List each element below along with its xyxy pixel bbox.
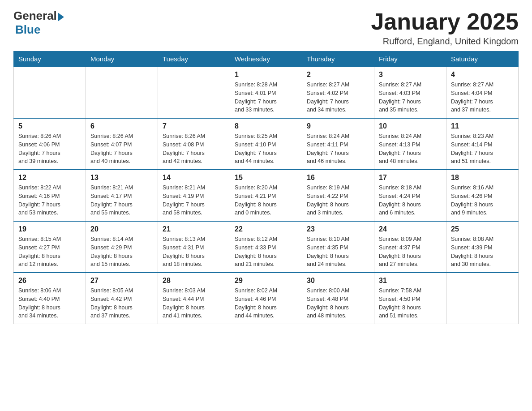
col-header-friday: Friday: [374, 51, 446, 67]
day-info: Sunrise: 8:26 AM Sunset: 4:06 PM Dayligh…: [18, 132, 81, 166]
calendar-cell: 20Sunrise: 8:14 AM Sunset: 4:29 PM Dayli…: [86, 221, 158, 273]
calendar-cell: 3Sunrise: 8:27 AM Sunset: 4:03 PM Daylig…: [374, 67, 446, 118]
calendar-cell: 8Sunrise: 8:25 AM Sunset: 4:10 PM Daylig…: [230, 118, 302, 170]
day-number: 28: [163, 277, 225, 285]
calendar-cell: 13Sunrise: 8:21 AM Sunset: 4:17 PM Dayli…: [86, 170, 158, 221]
day-info: Sunrise: 8:09 AM Sunset: 4:37 PM Dayligh…: [379, 235, 442, 269]
day-number: 11: [451, 122, 514, 130]
day-number: 31: [379, 277, 442, 285]
day-number: 19: [18, 225, 81, 233]
calendar-cell: 23Sunrise: 8:10 AM Sunset: 4:35 PM Dayli…: [302, 221, 374, 273]
day-info: Sunrise: 8:27 AM Sunset: 4:02 PM Dayligh…: [307, 81, 369, 114]
day-info: Sunrise: 8:24 AM Sunset: 4:11 PM Dayligh…: [307, 132, 369, 166]
day-info: Sunrise: 8:20 AM Sunset: 4:21 PM Dayligh…: [235, 184, 297, 217]
day-number: 4: [451, 71, 514, 79]
day-info: Sunrise: 8:26 AM Sunset: 4:08 PM Dayligh…: [163, 132, 225, 166]
day-info: Sunrise: 8:21 AM Sunset: 4:17 PM Dayligh…: [90, 184, 153, 217]
calendar-cell: 18Sunrise: 8:16 AM Sunset: 4:26 PM Dayli…: [446, 170, 519, 221]
day-number: 18: [451, 174, 514, 182]
calendar-cell: 31Sunrise: 7:58 AM Sunset: 4:50 PM Dayli…: [374, 273, 446, 324]
calendar-cell: 10Sunrise: 8:24 AM Sunset: 4:13 PM Dayli…: [374, 118, 446, 170]
day-number: 27: [90, 277, 153, 285]
day-info: Sunrise: 8:06 AM Sunset: 4:40 PM Dayligh…: [18, 287, 81, 320]
day-info: Sunrise: 8:02 AM Sunset: 4:46 PM Dayligh…: [235, 287, 297, 320]
calendar-cell: 26Sunrise: 8:06 AM Sunset: 4:40 PM Dayli…: [14, 273, 86, 324]
day-info: Sunrise: 8:28 AM Sunset: 4:01 PM Dayligh…: [235, 81, 297, 114]
day-info: Sunrise: 8:03 AM Sunset: 4:44 PM Dayligh…: [163, 287, 225, 320]
calendar-cell: 11Sunrise: 8:23 AM Sunset: 4:14 PM Dayli…: [446, 118, 519, 170]
day-number: 13: [90, 174, 153, 182]
day-number: 9: [307, 122, 369, 130]
calendar-cell: 27Sunrise: 8:05 AM Sunset: 4:42 PM Dayli…: [86, 273, 158, 324]
calendar-header-row: SundayMondayTuesdayWednesdayThursdayFrid…: [14, 51, 519, 67]
day-number: 22: [235, 225, 297, 233]
day-number: 20: [90, 225, 153, 233]
calendar-cell: 4Sunrise: 8:27 AM Sunset: 4:04 PM Daylig…: [446, 67, 519, 118]
day-info: Sunrise: 8:19 AM Sunset: 4:22 PM Dayligh…: [307, 184, 369, 217]
calendar-cell: 24Sunrise: 8:09 AM Sunset: 4:37 PM Dayli…: [374, 221, 446, 273]
calendar-table: SundayMondayTuesdayWednesdayThursdayFrid…: [13, 51, 519, 324]
col-header-saturday: Saturday: [446, 51, 519, 67]
calendar-cell: 6Sunrise: 8:26 AM Sunset: 4:07 PM Daylig…: [86, 118, 158, 170]
day-number: 25: [451, 225, 514, 233]
day-number: 17: [379, 174, 442, 182]
calendar-cell: [446, 273, 519, 324]
day-info: Sunrise: 8:14 AM Sunset: 4:29 PM Dayligh…: [90, 235, 153, 269]
day-number: 5: [18, 122, 81, 130]
week-row-2: 5Sunrise: 8:26 AM Sunset: 4:06 PM Daylig…: [14, 118, 519, 170]
location-text: Rufford, England, United Kingdom: [371, 36, 519, 47]
day-number: 23: [307, 225, 369, 233]
calendar-cell: 1Sunrise: 8:28 AM Sunset: 4:01 PM Daylig…: [230, 67, 302, 118]
day-info: Sunrise: 8:22 AM Sunset: 4:16 PM Dayligh…: [18, 184, 81, 217]
day-info: Sunrise: 8:27 AM Sunset: 4:04 PM Dayligh…: [451, 81, 514, 114]
day-info: Sunrise: 8:23 AM Sunset: 4:14 PM Dayligh…: [451, 132, 514, 166]
day-info: Sunrise: 8:21 AM Sunset: 4:19 PM Dayligh…: [163, 184, 225, 217]
day-number: 24: [379, 225, 442, 233]
logo-arrow-icon: [58, 13, 64, 21]
day-number: 7: [163, 122, 225, 130]
day-info: Sunrise: 8:00 AM Sunset: 4:48 PM Dayligh…: [307, 287, 369, 320]
day-info: Sunrise: 8:24 AM Sunset: 4:13 PM Dayligh…: [379, 132, 442, 166]
calendar-cell: 15Sunrise: 8:20 AM Sunset: 4:21 PM Dayli…: [230, 170, 302, 221]
day-number: 3: [379, 71, 442, 79]
week-row-4: 19Sunrise: 8:15 AM Sunset: 4:27 PM Dayli…: [14, 221, 519, 273]
day-number: 8: [235, 122, 297, 130]
day-info: Sunrise: 8:27 AM Sunset: 4:03 PM Dayligh…: [379, 81, 442, 114]
day-info: Sunrise: 8:05 AM Sunset: 4:42 PM Dayligh…: [90, 287, 153, 320]
day-number: 29: [235, 277, 297, 285]
calendar-cell: 2Sunrise: 8:27 AM Sunset: 4:02 PM Daylig…: [302, 67, 374, 118]
day-info: Sunrise: 8:12 AM Sunset: 4:33 PM Dayligh…: [235, 235, 297, 269]
month-title: January 2025: [371, 9, 519, 34]
col-header-tuesday: Tuesday: [158, 51, 230, 67]
calendar-cell: [14, 67, 86, 118]
calendar-cell: 29Sunrise: 8:02 AM Sunset: 4:46 PM Dayli…: [230, 273, 302, 324]
day-number: 16: [307, 174, 369, 182]
day-info: Sunrise: 8:16 AM Sunset: 4:26 PM Dayligh…: [451, 184, 514, 217]
day-info: Sunrise: 8:15 AM Sunset: 4:27 PM Dayligh…: [18, 235, 81, 269]
page-header: General Blue January 2025 Rufford, Engla…: [13, 9, 519, 47]
calendar-cell: 22Sunrise: 8:12 AM Sunset: 4:33 PM Dayli…: [230, 221, 302, 273]
day-number: 1: [235, 71, 297, 79]
col-header-thursday: Thursday: [302, 51, 374, 67]
logo: General Blue: [13, 9, 64, 37]
calendar-cell: 17Sunrise: 8:18 AM Sunset: 4:24 PM Dayli…: [374, 170, 446, 221]
day-number: 2: [307, 71, 369, 79]
day-number: 30: [307, 277, 369, 285]
calendar-cell: 9Sunrise: 8:24 AM Sunset: 4:11 PM Daylig…: [302, 118, 374, 170]
calendar-cell: [86, 67, 158, 118]
calendar-cell: 19Sunrise: 8:15 AM Sunset: 4:27 PM Dayli…: [14, 221, 86, 273]
logo-blue-text: Blue: [15, 23, 40, 37]
calendar-cell: 12Sunrise: 8:22 AM Sunset: 4:16 PM Dayli…: [14, 170, 86, 221]
week-row-3: 12Sunrise: 8:22 AM Sunset: 4:16 PM Dayli…: [14, 170, 519, 221]
day-number: 14: [163, 174, 225, 182]
calendar-cell: 7Sunrise: 8:26 AM Sunset: 4:08 PM Daylig…: [158, 118, 230, 170]
day-number: 26: [18, 277, 81, 285]
calendar-cell: [158, 67, 230, 118]
week-row-1: 1Sunrise: 8:28 AM Sunset: 4:01 PM Daylig…: [14, 67, 519, 118]
title-block: January 2025 Rufford, England, United Ki…: [371, 9, 519, 47]
day-info: Sunrise: 8:13 AM Sunset: 4:31 PM Dayligh…: [163, 235, 225, 269]
day-number: 6: [90, 122, 153, 130]
calendar-cell: 25Sunrise: 8:08 AM Sunset: 4:39 PM Dayli…: [446, 221, 519, 273]
calendar-cell: 28Sunrise: 8:03 AM Sunset: 4:44 PM Dayli…: [158, 273, 230, 324]
col-header-monday: Monday: [86, 51, 158, 67]
